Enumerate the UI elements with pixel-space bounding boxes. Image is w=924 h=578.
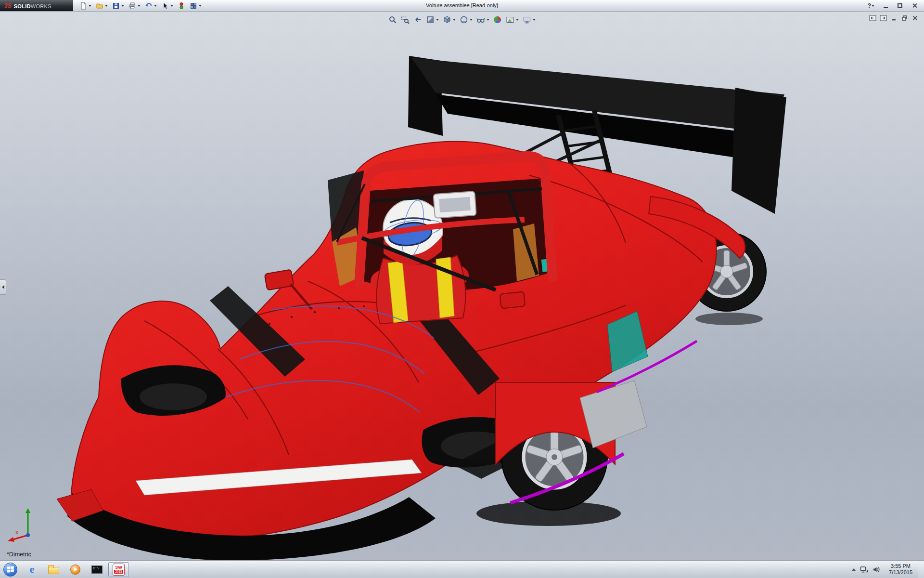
taskbar-clock[interactable]: 3:55 PM 7/13/2015 [885, 563, 917, 576]
doc-close-button[interactable] [911, 14, 919, 22]
command-prompt-icon: C:\ [91, 565, 103, 574]
window-title: Voiture assemblee [Read-only] [426, 2, 498, 8]
document-window-controls [869, 14, 919, 22]
pane-right-icon [880, 15, 887, 21]
view-orientation-icon [443, 15, 451, 24]
pane-right-button[interactable] [879, 14, 887, 22]
open-icon [96, 2, 103, 10]
view-orientation-button[interactable] [442, 15, 457, 25]
wheel-shadow [695, 313, 763, 325]
hide-show-items-button[interactable] [475, 15, 490, 25]
section-view-button[interactable] [425, 15, 440, 25]
hidden-icons-button[interactable] [852, 568, 856, 571]
brand-text-light: WORKS [31, 3, 51, 9]
options-dropdown-caret[interactable] [199, 5, 202, 7]
new-document-icon [79, 2, 87, 10]
edit-appearance-icon [493, 15, 502, 24]
help-button[interactable]: ? [866, 2, 876, 10]
new-dropdown-caret[interactable] [89, 5, 91, 7]
rebuild-icon [178, 2, 185, 10]
undo-dropdown-caret[interactable] [154, 5, 157, 7]
media-player-icon [70, 565, 80, 575]
select-button[interactable] [160, 1, 175, 11]
print-dropdown-caret[interactable] [138, 5, 141, 7]
clock-time: 3:55 PM [889, 563, 912, 570]
hide-show-items-caret[interactable] [487, 19, 489, 21]
save-button[interactable] [111, 1, 126, 11]
doc-minimize-button[interactable] [890, 14, 898, 22]
minimize-button[interactable] [881, 2, 890, 10]
close-button[interactable] [910, 2, 919, 10]
options-button[interactable] [188, 1, 203, 11]
undo-icon [145, 2, 153, 10]
open-dropdown-caret[interactable] [105, 5, 108, 7]
solidworks-icon: SW 2015 [113, 564, 125, 576]
display-style-caret[interactable] [470, 19, 473, 21]
section-view-icon [426, 15, 435, 24]
doc-restore-icon [901, 15, 908, 21]
volume-icon[interactable] [873, 566, 880, 573]
view-orientation-caret[interactable] [453, 19, 456, 21]
open-button[interactable] [94, 1, 109, 11]
view-settings-icon [523, 15, 531, 24]
doc-minimize-icon [891, 15, 897, 21]
main-toolbar [73, 1, 203, 11]
solidworks-icon-text: SW [115, 565, 122, 570]
zoom-to-fit-icon [388, 15, 397, 24]
save-dropdown-caret[interactable] [121, 5, 124, 7]
select-cursor-icon [161, 2, 169, 10]
options-icon [190, 2, 197, 10]
maximize-icon [898, 3, 902, 8]
network-icon[interactable] [860, 566, 868, 573]
close-icon [912, 3, 917, 8]
windows-flag-icon [7, 566, 14, 573]
previous-view-button[interactable] [412, 15, 423, 25]
x-axis-arrow [8, 537, 14, 542]
doc-restore-button[interactable] [900, 14, 909, 22]
dassault-logo-icon: 3S [4, 2, 12, 9]
display-style-button[interactable] [459, 15, 474, 25]
panel-expand-tab[interactable] [0, 279, 6, 295]
front-left-tire [140, 383, 207, 410]
undo-button[interactable] [143, 1, 158, 11]
start-button[interactable] [3, 563, 17, 577]
minimize-icon [884, 7, 888, 8]
titlebar: 3S SOLIDWORKS [0, 0, 924, 12]
new-document-button[interactable] [78, 1, 93, 11]
taskbar-command-prompt[interactable]: C:\ [87, 562, 107, 577]
clock-date: 7/13/2015 [889, 569, 912, 576]
apply-scene-icon [506, 15, 514, 24]
taskbar-solidworks-2015[interactable]: SW 2015 [108, 562, 129, 577]
zoom-to-fit-button[interactable] [387, 15, 398, 25]
doc-close-icon [912, 15, 918, 21]
show-desktop-button[interactable] [918, 561, 924, 578]
rebuild-button[interactable] [176, 1, 187, 11]
rearview-mirror[interactable] [433, 191, 476, 218]
taskbar-internet-explorer[interactable]: e [22, 562, 42, 577]
view-orientation-label: *Dimetric [7, 551, 31, 558]
view-settings-caret[interactable] [533, 19, 536, 21]
section-view-caret[interactable] [436, 19, 439, 21]
graphics-area[interactable]: x *Dimetric [0, 12, 924, 560]
select-dropdown-caret[interactable] [170, 5, 173, 7]
help-icon: ? [868, 2, 871, 9]
edit-appearance-button[interactable] [492, 15, 503, 25]
print-icon [128, 2, 136, 10]
help-dropdown-caret[interactable] [872, 5, 874, 7]
panel-expand-arrow-icon [2, 285, 4, 289]
apply-scene-button[interactable] [505, 15, 520, 25]
side-mirror-right[interactable] [500, 291, 526, 308]
3d-model-view[interactable] [0, 12, 924, 560]
maximize-button[interactable] [895, 2, 905, 10]
x-axis-label: x [15, 529, 18, 536]
print-button[interactable] [127, 1, 142, 11]
internet-explorer-icon: e [30, 564, 35, 575]
taskbar-file-explorer[interactable] [43, 562, 64, 577]
pane-left-button[interactable] [869, 14, 877, 22]
zoom-to-area-button[interactable] [400, 15, 411, 25]
solidworks-brand: 3S SOLIDWORKS [0, 0, 73, 11]
apply-scene-caret[interactable] [516, 19, 519, 21]
z-axis-dot [26, 533, 30, 537]
taskbar-media-player[interactable] [65, 562, 86, 577]
view-settings-button[interactable] [522, 15, 537, 25]
